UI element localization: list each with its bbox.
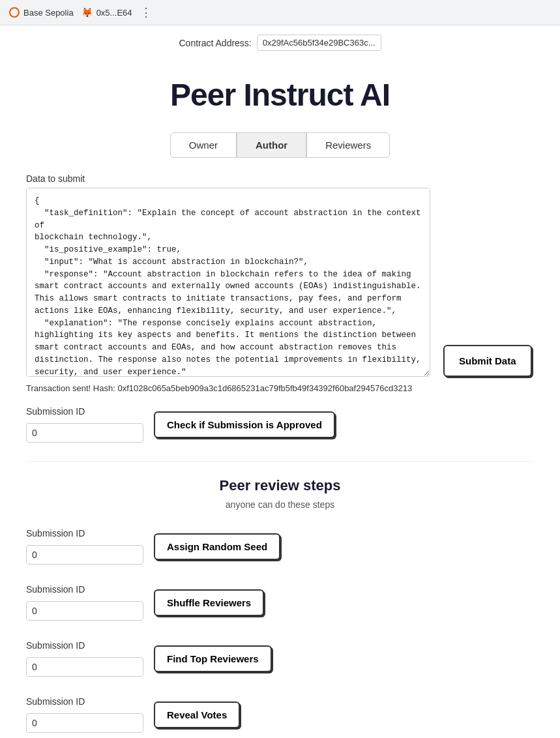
fox-icon: 🦊	[81, 7, 93, 18]
step-assign-seed: Submission ID Assign Random Seed	[26, 528, 534, 565]
step2-id-input[interactable]	[26, 601, 143, 621]
step2-id-label: Submission ID	[26, 584, 143, 595]
tab-owner[interactable]: Owner	[170, 132, 237, 158]
check-submission-button[interactable]: Check if Submission is Approved	[154, 411, 335, 438]
wallet-address: 0x5...E64	[96, 8, 132, 18]
wallet-tab: 🦊 0x5...E64	[81, 7, 132, 18]
data-textarea[interactable]	[26, 188, 430, 377]
base-sepolia-icon	[9, 7, 20, 18]
step4-id-input[interactable]	[26, 713, 143, 733]
contract-address: 0x29fAc56b5f34e29BC363c...	[257, 35, 381, 51]
step1-id-group: Submission ID	[26, 528, 143, 565]
shuffle-reviewers-button[interactable]: Shuffle Reviewers	[154, 589, 264, 616]
submit-row: Submit Data	[26, 188, 534, 377]
transaction-hash: Transaction sent! Hash: 0xf1028c065a5beb…	[26, 383, 534, 393]
peer-review-subtitle: anyone can do these steps	[26, 499, 534, 510]
peer-steps-container: Submission ID Assign Random Seed Submiss…	[26, 528, 534, 738]
submission-id-label: Submission ID	[26, 406, 143, 417]
browser-bar: Base Sepolia 🦊 0x5...E64 ⋮	[0, 0, 560, 25]
step3-id-group: Submission ID	[26, 640, 143, 677]
step3-id-input[interactable]	[26, 657, 143, 677]
tab-reviewers[interactable]: Reviewers	[306, 132, 390, 158]
step1-id-input[interactable]	[26, 545, 143, 565]
step-reveal-votes: Submission ID Reveal Votes	[26, 696, 534, 733]
step-find-top-reviewers: Submission ID Find Top Reviewers	[26, 640, 534, 677]
submission-id-row: Submission ID Check if Submission is App…	[26, 406, 534, 443]
step4-id-group: Submission ID	[26, 696, 143, 733]
peer-review-section: Peer review steps anyone can do these st…	[26, 477, 534, 738]
contract-bar: Contract Address: 0x29fAc56b5f34e29BC363…	[0, 25, 560, 57]
tabs-container: Owner Author Reviewers	[26, 132, 534, 158]
contract-label: Contract Address:	[179, 38, 251, 48]
step2-id-group: Submission ID	[26, 584, 143, 621]
submission-id-group: Submission ID	[26, 406, 143, 443]
step1-id-label: Submission ID	[26, 528, 143, 539]
tab-author[interactable]: Author	[237, 132, 306, 158]
submit-data-button[interactable]: Submit Data	[443, 345, 532, 377]
section-divider	[26, 461, 534, 462]
author-section: Data to submit Submit Data Transaction s…	[26, 173, 534, 443]
main-content: Peer Instruct AI Owner Author Reviewers …	[0, 77, 560, 738]
page-title: Peer Instruct AI	[26, 77, 534, 113]
reveal-votes-button[interactable]: Reveal Votes	[154, 701, 240, 728]
step-shuffle-reviewers: Submission ID Shuffle Reviewers	[26, 584, 534, 621]
peer-review-title: Peer review steps	[26, 477, 534, 494]
data-label: Data to submit	[26, 173, 534, 184]
tab-label: Base Sepolia	[23, 8, 74, 18]
more-options-icon[interactable]: ⋮	[140, 5, 152, 20]
step4-id-label: Submission ID	[26, 696, 143, 707]
browser-tab: Base Sepolia	[9, 7, 74, 18]
step3-id-label: Submission ID	[26, 640, 143, 651]
assign-random-seed-button[interactable]: Assign Random Seed	[154, 533, 280, 560]
find-top-reviewers-button[interactable]: Find Top Reviewers	[154, 645, 272, 672]
submission-id-input[interactable]	[26, 423, 143, 443]
